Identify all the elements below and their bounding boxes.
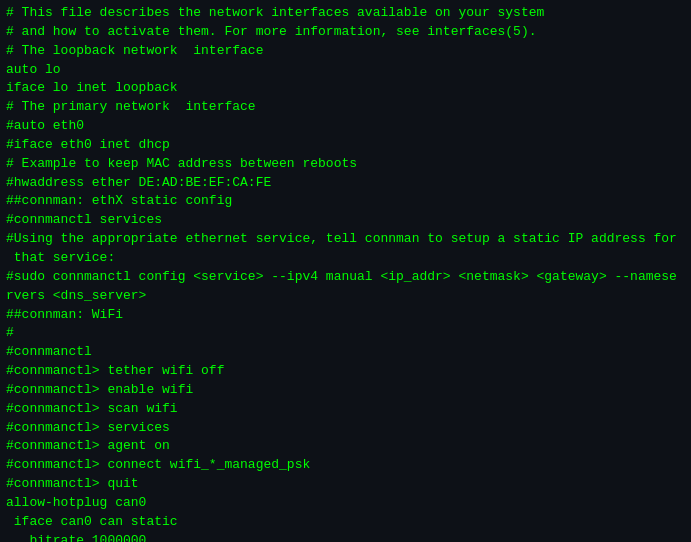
line-27: #connmanctl> services: [6, 419, 685, 438]
line-25: #connmanctl> enable wifi: [6, 381, 685, 400]
line-16: #Using the appropriate ethernet service,…: [6, 230, 685, 249]
line-14: ##connman: ethX static config: [6, 192, 685, 211]
line-28: #connmanctl> agent on: [6, 437, 685, 456]
line-31: allow-hotplug can0: [6, 494, 685, 513]
line-8: # The primary network interface: [6, 98, 685, 117]
line-15: #connmanctl services: [6, 211, 685, 230]
line-33: bitrate 1000000: [6, 532, 685, 542]
line-24: #connmanctl> tether wifi off: [6, 362, 685, 381]
line-30: #connmanctl> quit: [6, 475, 685, 494]
terminal-window: # This file describes the network interf…: [0, 0, 691, 542]
line-18: #sudo connmanctl config <service> --ipv4…: [6, 268, 685, 287]
line-10: #iface eth0 inet dhcp: [6, 136, 685, 155]
line-4: # The loopback network interface: [6, 42, 685, 61]
terminal-content: # This file describes the network interf…: [6, 4, 685, 542]
line-23: #connmanctl: [6, 343, 685, 362]
line-9: #auto eth0: [6, 117, 685, 136]
line-21: ##connman: WiFi: [6, 306, 685, 325]
line-32: iface can0 can static: [6, 513, 685, 532]
line-6: iface lo inet loopback: [6, 79, 685, 98]
line-29: #connmanctl> connect wifi_*_managed_psk: [6, 456, 685, 475]
line-1: # This file describes the network interf…: [6, 4, 685, 23]
line-12: #hwaddress ether DE:AD:BE:EF:CA:FE: [6, 174, 685, 193]
line-5: auto lo: [6, 61, 685, 80]
line-17: that service:: [6, 249, 685, 268]
line-11: # Example to keep MAC address between re…: [6, 155, 685, 174]
line-26: #connmanctl> scan wifi: [6, 400, 685, 419]
line-19: rvers <dns_server>: [6, 287, 685, 306]
line-22: #: [6, 324, 685, 343]
line-2: # and how to activate them. For more inf…: [6, 23, 685, 42]
